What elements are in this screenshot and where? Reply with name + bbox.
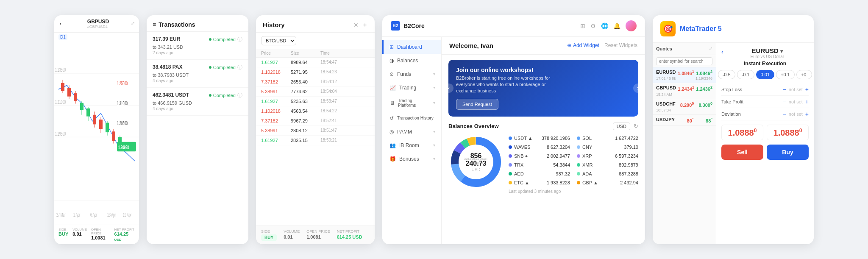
bell-icon[interactable]: 🔔 (613, 22, 620, 29)
txlist-item-2[interactable]: 38.4818 PAX Completed ⓘ to 38.7933 USDT … (147, 60, 248, 88)
quote-usdchf[interactable]: USDCHF 8.2000 8.3000 10:37:34 (653, 99, 716, 115)
list-item[interactable]: SOL 1 627.4722 (577, 134, 638, 142)
quote-gbpusd[interactable]: GBPUSD 1.24341 1.24362 15:24 AM (653, 83, 716, 99)
buy-button[interactable]: Buy (767, 145, 809, 160)
mt5-logo: 🎯 (660, 21, 676, 36)
txlist-card: ≡ Transactions 317.39 EUR Completed ⓘ to… (147, 15, 248, 244)
table-row[interactable]: 5.38991 2808.12 18:51:47 (256, 126, 375, 136)
table-row[interactable]: 1.61927 2825.15 18:50:21 (256, 136, 375, 145)
send-request-button[interactable]: Send Request (456, 99, 498, 110)
lot-btn-001[interactable]: 0.01 (756, 70, 774, 79)
list-item[interactable]: ETC ▲ 1 933.8228 (509, 179, 570, 187)
sidebar-item-pamm[interactable]: ◎ PAMM ▾ (382, 125, 441, 139)
b2core-card: B2 B2Core ⊞ ⚙ 🌐 🔔 ⊞ Dashboard ◑ Balances… (382, 15, 645, 244)
tx1-info-icon[interactable]: ⓘ (237, 36, 242, 43)
list-item[interactable]: XRP 6 597.3234 (577, 152, 638, 160)
sidebar-item-txhistory[interactable]: ↺ Transaction History (382, 111, 441, 125)
b2core-sidebar: ⊞ Dashboard ◑ Balances ⊙ Funds ▾ 📈 Tradi… (382, 37, 442, 244)
history-close-icon[interactable]: ✕ (353, 22, 359, 28)
svg-text:19 Apr: 19 Apr (123, 211, 132, 217)
sidebar-item-dashboard[interactable]: ⊞ Dashboard (382, 40, 441, 54)
svg-rect-13 (74, 93, 77, 101)
history-add-icon[interactable]: ＋ (362, 21, 368, 29)
sidebar-item-platforms[interactable]: 🖥 Trading Platforms ▾ (382, 95, 441, 111)
txlist-item-3[interactable]: 462.3481 USDT Completed ⓘ to 466.9159 GU… (147, 88, 248, 116)
list-item[interactable]: XMR 892.9879 (577, 161, 638, 169)
list-item[interactable]: TRX 54.3844 (509, 161, 570, 169)
lot-btn-plus[interactable]: +0. (796, 70, 812, 79)
chevron-down-icon: ▾ (433, 72, 435, 76)
reset-widgets-button[interactable]: Reset Widgets (604, 42, 637, 48)
globe-icon[interactable]: 🌐 (601, 22, 608, 29)
trading-icon: 📈 (389, 85, 396, 91)
list-item[interactable]: CNY 379.10 (577, 143, 638, 151)
table-row[interactable]: 1.102018 4563.54 18:54:22 (256, 106, 375, 116)
ask-price: 1.08880 (770, 128, 806, 138)
timeframe-d1[interactable]: D1 (58, 34, 67, 40)
expand-icon[interactable]: ⤢ (131, 21, 135, 26)
table-row[interactable]: 1.61927 8989.64 18:54:47 (256, 58, 375, 67)
take-profit-minus-button[interactable]: − (783, 98, 786, 105)
sell-button[interactable]: Sell (721, 145, 763, 160)
trade-pair-sub: Euro vs US Dollar (726, 54, 809, 59)
svg-text:1.29500: 1.29500 (55, 130, 66, 136)
stop-loss-label: Stop Loss (721, 87, 742, 92)
txlist-item-1[interactable]: 317.39 EUR Completed ⓘ to 343.21 USD 2 d… (147, 32, 248, 60)
sidebar-item-ibroom[interactable]: 👥 IB Room ▾ (382, 139, 441, 152)
deviation-minus-button[interactable]: − (783, 111, 786, 117)
lot-btn-minus01[interactable]: -0.1 (737, 70, 754, 79)
user-avatar[interactable] (626, 20, 637, 31)
table-row[interactable]: 7.37182 9967.29 18:52:41 (256, 116, 375, 126)
history-title: History (263, 21, 285, 28)
grid-icon[interactable]: ⊞ (580, 22, 585, 29)
add-widget-button[interactable]: ⊕ Add Widget (567, 42, 599, 48)
svg-text:13 Apr: 13 Apr (107, 211, 116, 217)
chart-openprice-val: 1.0081 (91, 235, 110, 240)
stop-loss-minus-button[interactable]: − (783, 86, 786, 93)
tx1-from: 317.39 EUR (153, 36, 180, 43)
chart-back-icon[interactable]: ← (58, 20, 65, 28)
list-item[interactable]: ADA 687.3288 (577, 170, 638, 178)
deviation-plus-button[interactable]: + (805, 111, 809, 117)
history-filter-select[interactable]: BTC/USD ETH/USD (261, 36, 296, 45)
tx1-status-dot (209, 38, 211, 41)
quote-eurusd[interactable]: EURUSD 1.08461 1.08462 17:01 / 5 f/k 1.1… (653, 67, 716, 84)
promo-prev-button[interactable]: ‹ (444, 84, 453, 93)
txhistory-icon: ↺ (389, 115, 394, 121)
promo-next-button[interactable]: › (633, 84, 643, 93)
tx2-info-icon[interactable]: ⓘ (237, 64, 242, 71)
lot-btn-minus05[interactable]: -0.5 (718, 70, 735, 79)
table-row[interactable]: 1.102018 5271.95 18:54:23 (256, 67, 375, 77)
svg-text:1.31000: 1.31000 (55, 98, 66, 105)
stop-loss-plus-button[interactable]: + (805, 86, 809, 93)
currency-selector[interactable]: USD (613, 123, 630, 130)
table-row[interactable]: 5.38991 7774.62 18:54:04 (256, 87, 375, 97)
refresh-icon[interactable]: ↻ (634, 123, 638, 129)
sidebar-item-trading[interactable]: 📈 Trading ▾ (382, 81, 441, 95)
col-price: Price (261, 51, 291, 56)
list-item[interactable]: GBP ▲ 2 432.94 (577, 179, 638, 187)
sidebar-item-balances[interactable]: ◑ Balances (382, 54, 441, 67)
table-row[interactable]: 1.61927 5235.63 18:53:47 (256, 97, 375, 106)
list-item[interactable]: AED 987.32 (509, 170, 570, 178)
take-profit-plus-button[interactable]: + (805, 98, 809, 105)
trade-pair: EURUSD ▾ (726, 47, 809, 54)
ask-price-box: 1.08880 (767, 125, 809, 141)
donut-chart: 378,920.21 USDT 25.21 USD 856 240.73 USD (448, 134, 504, 189)
list-item[interactable]: WAVES 8 627.3204 (509, 143, 570, 151)
list-item[interactable]: SNB ● 2 002.9477 (509, 152, 570, 160)
sidebar-item-bonuses[interactable]: 🎁 Bonuses ▾ (382, 152, 441, 166)
settings-icon[interactable]: ⚙ (590, 22, 596, 29)
lot-btn-plus01[interactable]: +0.1 (776, 70, 795, 79)
tx2-from: 38.4818 PAX (153, 64, 183, 71)
history-rows: 1.61927 8989.64 18:54:47 1.102018 5271.9… (256, 58, 375, 226)
quotes-search-input[interactable] (656, 57, 712, 65)
list-item[interactable]: USDT ▲ 378 920.1986 (509, 134, 570, 142)
sidebar-item-funds[interactable]: ⊙ Funds ▾ (382, 67, 441, 81)
quote-usdjpy[interactable]: USDJPY 80° 88° (653, 115, 716, 126)
table-row[interactable]: 7.37182 2655.40 18:54:12 (256, 77, 375, 87)
chart-card: ← GBPUSD #GBPUSD4 ⤢ D1 1.23500 1.31000 1… (54, 15, 139, 244)
trade-back-button[interactable]: ‹ (721, 48, 723, 55)
quotes-expand-icon[interactable]: ⤢ (709, 46, 712, 51)
tx3-info-icon[interactable]: ⓘ (237, 92, 242, 99)
